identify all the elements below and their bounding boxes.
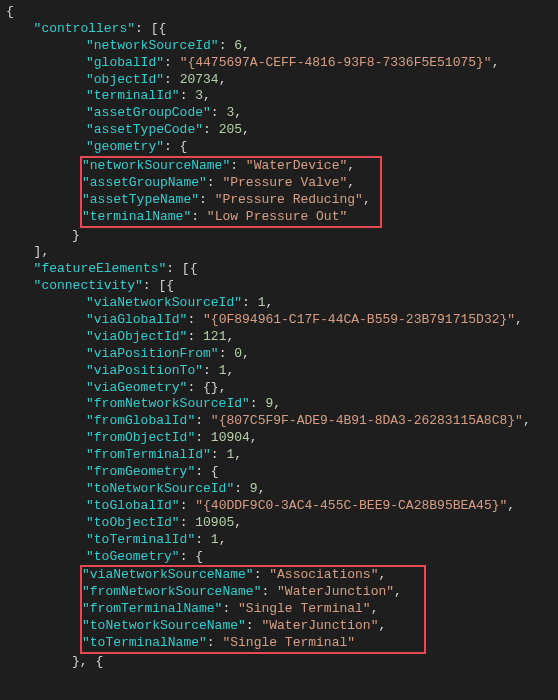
kv-fromObjectId: "fromObjectId": 10904, bbox=[0, 430, 558, 447]
kv-toGeometry: "toGeometry": { bbox=[0, 549, 558, 566]
kv-viaGeometry: "viaGeometry": {}, bbox=[0, 380, 558, 397]
featureElements-key: "featureElements": [{ bbox=[0, 261, 558, 278]
kv-fromGlobalId: "fromGlobalId": "{807C5F9F-ADE9-4B91-8DA… bbox=[0, 413, 558, 430]
kv-toNetworkSourceId: "toNetworkSourceId": 9, bbox=[0, 481, 558, 498]
brace-close-comma: }, { bbox=[0, 654, 558, 671]
kv-fromTerminalId: "fromTerminalId": 1, bbox=[0, 447, 558, 464]
highlight-box-1: "networkSourceName": "WaterDevice", "ass… bbox=[80, 156, 382, 228]
connectivity-key: "connectivity": [{ bbox=[0, 278, 558, 295]
kv-terminalName: "terminalName": "Low Pressure Out" bbox=[82, 209, 380, 226]
kv-toTerminalId: "toTerminalId": 1, bbox=[0, 532, 558, 549]
kv-networkSourceId: "networkSourceId": 6, bbox=[0, 38, 558, 55]
kv-objectId: "objectId": 20734, bbox=[0, 72, 558, 89]
kv-fromNetworkSourceId: "fromNetworkSourceId": 9, bbox=[0, 396, 558, 413]
brace-open: { bbox=[0, 4, 558, 21]
kv-assetTypeCode: "assetTypeCode": 205, bbox=[0, 122, 558, 139]
kv-assetGroupName: "assetGroupName": "Pressure Valve", bbox=[82, 175, 380, 192]
kv-viaNetworkSourceId: "viaNetworkSourceId": 1, bbox=[0, 295, 558, 312]
kv-viaObjectId: "viaObjectId": 121, bbox=[0, 329, 558, 346]
kv-assetTypeName: "assetTypeName": "Pressure Reducing", bbox=[82, 192, 380, 209]
kv-toTerminalName: "toTerminalName": "Single Terminal" bbox=[82, 635, 424, 652]
kv-viaPositionTo: "viaPositionTo": 1, bbox=[0, 363, 558, 380]
kv-fromGeometry: "fromGeometry": { bbox=[0, 464, 558, 481]
kv-toNetworkSourceName: "toNetworkSourceName": "WaterJunction", bbox=[82, 618, 424, 635]
kv-networkSourceName: "networkSourceName": "WaterDevice", bbox=[82, 158, 380, 175]
kv-fromTerminalName: "fromTerminalName": "Single Terminal", bbox=[82, 601, 424, 618]
controllers-key: "controllers": [{ bbox=[0, 21, 558, 38]
brace-close: } bbox=[0, 228, 558, 245]
kv-toObjectId: "toObjectId": 10905, bbox=[0, 515, 558, 532]
kv-geometry: "geometry": { bbox=[0, 139, 558, 156]
kv-globalId: "globalId": "{4475697A-CEFF-4816-93F8-73… bbox=[0, 55, 558, 72]
kv-toGlobalId: "toGlobalId": "{40DDF9C0-3AC4-455C-BEE9-… bbox=[0, 498, 558, 515]
kv-assetGroupCode: "assetGroupCode": 3, bbox=[0, 105, 558, 122]
kv-fromNetworkSourceName: "fromNetworkSourceName": "WaterJunction"… bbox=[82, 584, 424, 601]
kv-terminalId: "terminalId": 3, bbox=[0, 88, 558, 105]
highlight-box-2: "viaNetworkSourceName": "Associations", … bbox=[80, 565, 426, 653]
kv-viaPositionFrom: "viaPositionFrom": 0, bbox=[0, 346, 558, 363]
array-close: ], bbox=[0, 244, 558, 261]
kv-viaNetworkSourceName: "viaNetworkSourceName": "Associations", bbox=[82, 567, 424, 584]
kv-viaGlobalId: "viaGlobalId": "{0F894961-C17F-44CA-B559… bbox=[0, 312, 558, 329]
code-viewer: { "controllers": [{ "networkSourceId": 6… bbox=[0, 4, 558, 671]
